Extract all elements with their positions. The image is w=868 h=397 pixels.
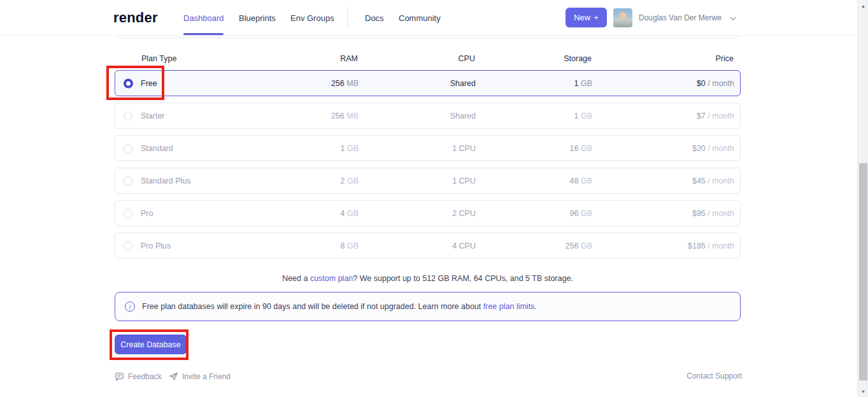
plan-row-pro-plus[interactable]: Pro Plus 8 GB 4 CPU 256 GB $185 / month: [115, 233, 741, 259]
cpu-cell: 1 CPU: [399, 177, 476, 185]
invite-label: Invite a Friend: [182, 372, 231, 381]
ram-cell: 256 MB: [281, 112, 359, 120]
price-cell: $185 / month: [644, 242, 734, 250]
column-header-storage: Storage: [528, 54, 592, 63]
tab-dashboard[interactable]: Dashboard: [183, 13, 224, 23]
render-logo[interactable]: render: [113, 10, 158, 26]
plan-row-starter[interactable]: Starter 256 MB Shared 1 GB $7 / month: [115, 103, 741, 129]
custom-plan-link[interactable]: custom plan: [310, 274, 353, 283]
storage-cell: 48 GB: [516, 177, 592, 185]
radio-unselected-icon[interactable]: [124, 177, 132, 185]
feedback-label: Feedback: [128, 372, 162, 381]
free-plan-warning-banner: i Free plan databases will expire in 90 …: [115, 292, 741, 321]
tab-docs[interactable]: Docs: [365, 13, 384, 23]
custom-plan-note: Need a custom plan? We support up to 512…: [115, 274, 741, 283]
radio-unselected-icon[interactable]: [124, 242, 132, 250]
ram-cell: 8 GB: [281, 242, 359, 250]
cpu-cell: 4 CPU: [399, 242, 476, 250]
plan-name: Standard Plus: [141, 177, 191, 185]
plan-name: Free: [141, 79, 157, 88]
nav-divider: [347, 7, 348, 28]
column-header-cpu: CPU: [411, 54, 475, 63]
plan-row-free[interactable]: Free 256 MB Shared 1 GB $0 / month: [115, 70, 741, 96]
user-menu-name[interactable]: Douglas Van Der Merwe: [639, 13, 722, 22]
column-header-ram: RAM: [294, 54, 358, 63]
storage-cell: 96 GB: [516, 209, 592, 218]
scrollbar-up-arrow-icon[interactable]: ▲: [858, 1, 868, 11]
radio-unselected-icon[interactable]: [124, 112, 132, 120]
free-plan-limits-link[interactable]: free plan limits: [483, 302, 535, 311]
ram-cell: 256 MB: [281, 79, 359, 88]
tab-env-groups[interactable]: Env Groups: [290, 13, 334, 23]
banner-text: Free plan databases will expire in 90 da…: [142, 302, 537, 311]
price-cell: $20 / month: [644, 144, 734, 153]
contact-support-link[interactable]: Contact Support: [659, 372, 742, 380]
plan-row-pro[interactable]: Pro 4 GB 2 CPU 96 GB $95 / month: [115, 200, 741, 226]
plan-name: Starter: [141, 112, 165, 120]
plan-name: Standard: [141, 144, 173, 153]
storage-cell: 256 GB: [516, 242, 592, 250]
feedback-link[interactable]: Feedback: [115, 372, 162, 381]
paper-plane-icon: [169, 372, 178, 381]
plan-name: Pro: [141, 209, 153, 218]
cpu-cell: 1 CPU: [399, 144, 476, 153]
radio-unselected-icon[interactable]: [124, 209, 132, 218]
scrollbar-track[interactable]: ▲ ▼: [857, 0, 868, 397]
column-header-plan-type: Plan Type: [141, 54, 176, 63]
user-avatar[interactable]: [613, 8, 632, 27]
plus-icon: +: [594, 13, 599, 22]
plan-row-standard[interactable]: Standard 1 GB 1 CPU 16 GB $20 / month: [115, 135, 741, 161]
ram-cell: 4 GB: [281, 209, 359, 218]
price-cell: $0 / month: [644, 79, 734, 88]
price-cell: $95 / month: [644, 209, 734, 218]
feedback-bubble-icon: [115, 372, 124, 381]
new-button-label: New: [574, 13, 590, 22]
storage-cell: 1 GB: [516, 79, 592, 88]
cpu-cell: Shared: [399, 112, 476, 120]
scrollbar-down-arrow-icon[interactable]: ▼: [858, 386, 868, 396]
top-nav-bar: render Dashboard Blueprints Env Groups D…: [0, 0, 868, 36]
plan-row-standard-plus[interactable]: Standard Plus 2 GB 1 CPU 48 GB $45 / mon…: [115, 168, 741, 194]
cpu-cell: 2 CPU: [399, 209, 476, 218]
storage-cell: 16 GB: [516, 144, 592, 153]
price-cell: $7 / month: [644, 112, 734, 120]
cpu-cell: Shared: [399, 79, 476, 88]
chevron-down-icon[interactable]: [728, 13, 738, 24]
column-header-price: Price: [670, 54, 734, 63]
invite-a-friend-link[interactable]: Invite a Friend: [169, 372, 231, 381]
contact-support-label: Contact Support: [687, 372, 742, 380]
render-dashboard-page: render Dashboard Blueprints Env Groups D…: [0, 0, 868, 397]
ram-cell: 2 GB: [281, 177, 359, 185]
tab-blueprints[interactable]: Blueprints: [239, 13, 276, 23]
radio-unselected-icon[interactable]: [124, 144, 132, 153]
tab-community[interactable]: Community: [399, 13, 441, 23]
storage-cell: 1 GB: [516, 112, 592, 120]
plan-name: Pro Plus: [141, 242, 171, 250]
create-database-button[interactable]: Create Database: [115, 335, 187, 354]
radio-selected-icon[interactable]: [124, 78, 133, 88]
active-tab-underline: [183, 33, 224, 35]
info-icon: i: [125, 301, 135, 312]
price-cell: $45 / month: [644, 177, 734, 185]
new-button[interactable]: New +: [566, 8, 607, 27]
scrollbar-thumb[interactable]: [859, 163, 867, 380]
ram-cell: 1 GB: [281, 144, 359, 153]
